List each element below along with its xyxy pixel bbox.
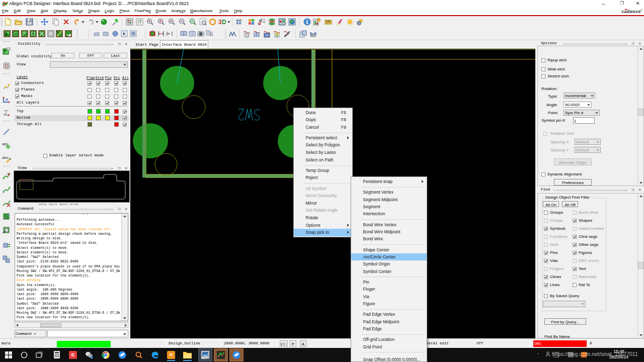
svg-text:34: 34 bbox=[210, 34, 213, 37]
svg-text:123: 123 bbox=[326, 20, 331, 23]
svg-text:abc: abc bbox=[2, 155, 9, 160]
svg-text:D: D bbox=[222, 19, 226, 26]
svg-text:3: 3 bbox=[218, 19, 222, 26]
